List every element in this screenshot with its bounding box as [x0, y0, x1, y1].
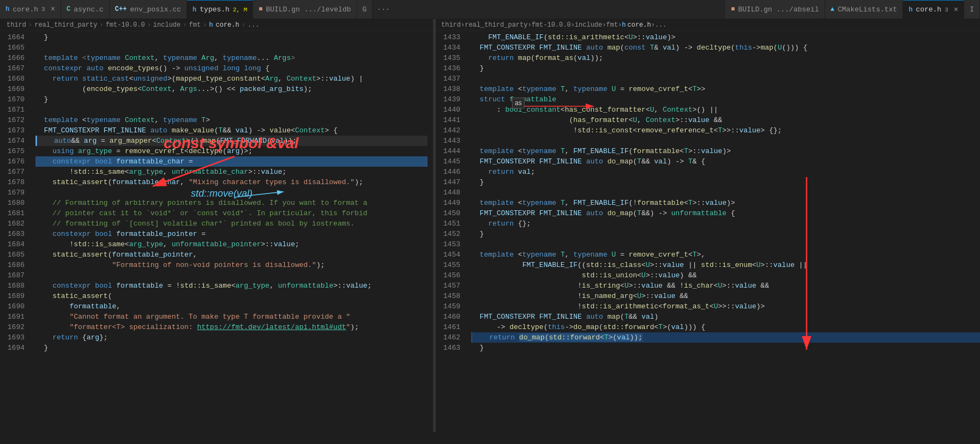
tab-spacer	[394, 0, 726, 19]
left-code-area: 1664 1665 1666 1667 1668 1669 1670 1671 …	[0, 31, 433, 432]
code-line: static_assert(	[35, 291, 433, 301]
bc-third: third	[7, 21, 26, 29]
code-line: !std::is_arithmetic<format_as_t<U>>::val…	[471, 301, 980, 312]
bc-sep: ›	[28, 21, 32, 29]
left-minimap	[428, 31, 433, 432]
tab-env-posix[interactable]: C++ env_posix.cc	[110, 0, 187, 19]
bc-sep: ›	[618, 21, 622, 29]
right-code-lines: FMT_ENABLE_IF(std::is_arithmetic<U>::val…	[466, 31, 980, 432]
code-line: (has_formatter<U, Context>::value &&	[471, 115, 980, 125]
format-as-label: as	[515, 99, 522, 107]
build-icon: ■	[258, 5, 262, 13]
bc-include: include	[153, 21, 181, 29]
code-line: std::is_union<U>::value) &&	[471, 270, 980, 281]
code-line: struct formattable	[471, 94, 980, 105]
bc-third: third	[441, 21, 461, 29]
tab-badge: 2, M	[233, 7, 247, 13]
code-line: return val;	[471, 167, 980, 177]
right-line-numbers: 1433 1434 1435 1436 1437 1438 1439 1440 …	[436, 31, 466, 432]
tab-label: core.h	[916, 5, 941, 14]
tab-core-h-left[interactable]: h core.h 3 ×	[0, 0, 61, 19]
tab-build-leveldb[interactable]: ■ BUILD.gn .../leveldb	[253, 0, 357, 19]
code-line: constexpr auto encode_types() -> unsigne…	[35, 63, 433, 74]
left-breadcrumb: third › real_third_party › fmt-10.0.0 › …	[0, 19, 433, 31]
code-line	[35, 270, 433, 281]
tab-label: core.h	[13, 5, 38, 14]
bc-sep: ›	[147, 21, 151, 29]
code-line: !std::is_const<remove_reference_t<T>>::v…	[471, 125, 980, 136]
bc-sep: ›	[602, 21, 606, 29]
bc-coreh: core.h	[628, 21, 651, 29]
code-line: constexpr bool formattable_pointer =	[35, 229, 433, 239]
code-line: }	[35, 343, 433, 353]
code-line: template <typename T, typename U = remov…	[471, 84, 980, 94]
code-line: FMT_ENABLE_IF(std::is_arithmetic<U>::val…	[471, 32, 980, 42]
code-line: return static_cast<unsigned>(mapped_type…	[35, 74, 433, 84]
code-line	[471, 136, 980, 146]
code-line: using arg_type = remove_cvref_t<decltype…	[35, 146, 433, 156]
code-line: !is_named_arg<U>::value &&	[471, 291, 980, 301]
code-line: template <typename Context, typename T>	[35, 115, 433, 125]
tab-badge: 3	[41, 6, 45, 13]
code-line: template <typename T, FMT_ENABLE_IF(!for…	[471, 198, 980, 208]
code-line: FMT_ENABLE_IF((std::is_class<U>::value |…	[471, 260, 980, 270]
tab-overflow[interactable]: G	[357, 0, 373, 19]
code-line: FMT_CONSTEXPR FMT_INLINE auto make_value…	[35, 125, 433, 136]
left-tab-bar: h core.h 3 × C async.c C++ env_posix.cc …	[0, 0, 980, 19]
bc-real: real_third_party	[465, 21, 527, 29]
bc-sep: ›	[461, 21, 465, 29]
annotation-format-as: as	[512, 98, 525, 108]
code-line: FMT_CONSTEXPR FMT_INLINE auto map(const …	[471, 42, 980, 53]
code-line: // formatting of `[const] volatile char*…	[35, 218, 433, 229]
bc-coreh: core.h	[216, 21, 239, 29]
tab-label: async.c	[74, 5, 104, 14]
bc-sep: ›	[527, 21, 531, 29]
code-line: }	[471, 343, 980, 353]
bc-dots: ...	[655, 21, 667, 29]
tab-async-c[interactable]: C async.c	[61, 0, 110, 19]
tab-label: CMakeLists.txt	[838, 5, 897, 14]
code-line: FMT_CONSTEXPR FMT_INLINE auto do_map(T&&…	[471, 156, 980, 167]
h-icon: h	[193, 6, 196, 14]
right-breadcrumb: third › real_third_party › fmt-10.0.0 › …	[436, 19, 980, 31]
tab-label: env_posix.cc	[130, 5, 181, 14]
tab-label: types.h	[200, 5, 230, 14]
left-code-lines: } template <typename Context, typename A…	[30, 31, 433, 432]
tab-extra[interactable]: I	[964, 0, 980, 19]
code-line: return {arg};	[35, 332, 433, 343]
tab-types-h[interactable]: h types.h 2, M	[187, 0, 253, 19]
tab-close-icon[interactable]: ×	[954, 5, 958, 14]
tab-build-abseil[interactable]: ■ BUILD.gn .../abseil	[725, 0, 825, 19]
code-line: // Formatting of arbitrary pointers is d…	[35, 198, 433, 208]
code-line: // pointer cast it to `void*` or `const …	[35, 208, 433, 218]
left-editor-pane: third › real_third_party › fmt-10.0.0 › …	[0, 19, 434, 432]
code-line: return do_map(std::forward<T>(val));	[471, 332, 980, 343]
overflow-icon: G	[363, 5, 367, 14]
code-line: "formatter<T> specialization: https://fm…	[35, 322, 433, 332]
bc-sep: ›	[203, 21, 207, 29]
tab-more[interactable]: ···	[372, 0, 394, 19]
code-line: }	[471, 177, 980, 187]
ellipsis-icon: ···	[377, 5, 389, 14]
code-line: }	[471, 229, 980, 239]
bc-include: include	[575, 21, 602, 29]
bc-real: real_third_party	[34, 21, 97, 29]
cmake-icon: ▲	[831, 5, 834, 13]
code-line: template <typename T, typename U = remov…	[471, 250, 980, 260]
right-code-area: 1433 1434 1435 1436 1437 1438 1439 1440 …	[436, 31, 980, 432]
tab-core-h-right[interactable]: h core.h 3 ×	[903, 0, 964, 19]
code-line: template <typename Context, typename Arg…	[35, 53, 433, 63]
bc-sep: ›	[571, 21, 575, 29]
tab-close-icon[interactable]: ×	[51, 5, 55, 14]
code-line: constexpr bool formattable_char =	[35, 156, 433, 167]
h-icon: h	[909, 6, 912, 14]
code-line: FMT_CONSTEXPR FMT_INLINE auto do_map(T&&…	[471, 208, 980, 218]
bc-sep: ›	[242, 21, 245, 29]
bc-sep: ›	[651, 21, 655, 29]
code-line	[471, 74, 980, 84]
code-line	[471, 187, 980, 198]
right-editor-pane: third › real_third_party › fmt-10.0.0 › …	[436, 19, 980, 432]
code-line: "Formatting of non-void pointers is disa…	[35, 260, 433, 270]
bc-fmt: fmt-10.0.0	[532, 21, 571, 29]
tab-cmake[interactable]: ▲ CMakeLists.txt	[825, 0, 903, 19]
